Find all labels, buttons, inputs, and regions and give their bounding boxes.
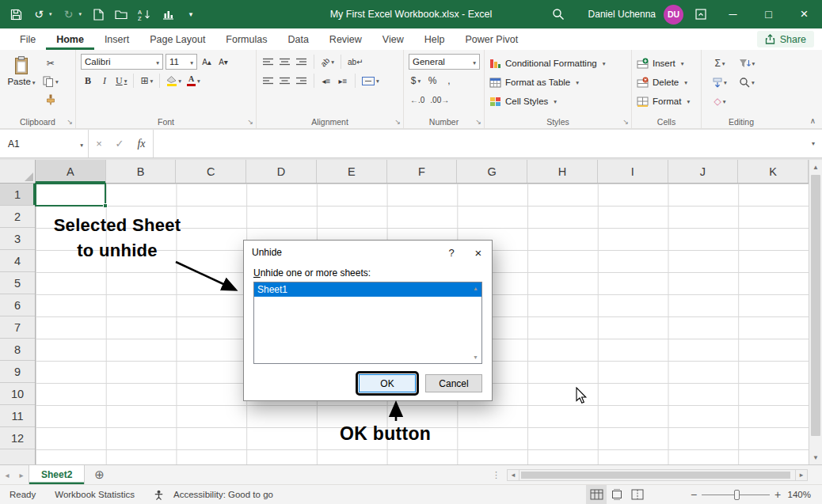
delete-cells-button[interactable]: Delete — [637, 73, 698, 92]
column-header-a[interactable]: A — [36, 160, 106, 183]
align-bottom-button[interactable] — [295, 54, 309, 70]
column-header[interactable]: B — [106, 160, 177, 183]
column-header[interactable]: J — [668, 160, 739, 183]
number-dialog-launcher-icon[interactable]: ↘ — [475, 118, 481, 126]
row-header[interactable]: 4 — [0, 250, 35, 272]
formula-bar-expand-icon[interactable]: ▾ — [805, 130, 822, 157]
undo-dropdown-icon[interactable]: ▾ — [49, 11, 52, 17]
ribbon-display-options-icon[interactable] — [695, 7, 707, 21]
tab-page-layout[interactable]: Page Layout — [139, 28, 215, 50]
open-folder-icon[interactable] — [115, 7, 127, 21]
zoom-in-button[interactable]: + — [770, 488, 786, 501]
row-header[interactable] — [0, 449, 35, 464]
page-layout-view-button[interactable] — [607, 485, 627, 504]
tab-review[interactable]: Review — [319, 28, 372, 50]
align-right-button[interactable] — [295, 73, 309, 89]
alignment-dialog-launcher-icon[interactable]: ↘ — [394, 118, 401, 126]
accessibility-status[interactable]: Accessibility: Good to go — [166, 490, 281, 499]
redo-dropdown-icon[interactable]: ▾ — [79, 11, 82, 17]
share-button[interactable]: Share — [757, 31, 814, 47]
conditional-formatting-button[interactable]: Conditional Formatting — [489, 54, 628, 73]
sort-filter-button[interactable] — [733, 55, 760, 71]
column-header[interactable]: G — [457, 160, 527, 183]
collapse-ribbon-icon[interactable]: ∧ — [810, 116, 816, 125]
paste-button[interactable]: Paste — [5, 54, 38, 115]
column-header[interactable]: E — [317, 160, 387, 183]
align-top-button[interactable] — [261, 54, 276, 70]
column-header[interactable]: K — [738, 160, 809, 183]
column-header[interactable]: D — [246, 160, 317, 183]
find-select-button[interactable] — [733, 74, 760, 90]
list-scroll-up-icon[interactable]: ▲ — [470, 283, 481, 294]
sheet-nav-right-icon[interactable]: ▸ — [14, 471, 29, 479]
cut-button[interactable]: ✂ — [41, 55, 60, 71]
list-scroll-down-icon[interactable]: ▼ — [470, 352, 481, 362]
column-header[interactable]: H — [527, 160, 598, 183]
scroll-down-icon[interactable]: ▼ — [809, 451, 822, 464]
increase-decimal-button[interactable]: ←.0 — [409, 92, 426, 108]
fill-button[interactable] — [706, 74, 733, 90]
row-header[interactable]: 12 — [0, 427, 35, 449]
comma-style-button[interactable]: , — [442, 73, 456, 89]
orientation-button[interactable]: ab — [319, 54, 336, 70]
underline-button[interactable]: U — [114, 73, 128, 89]
merge-center-button[interactable] — [360, 73, 381, 89]
tab-power-pivot[interactable]: Power Pivot — [455, 28, 528, 50]
redo-icon[interactable]: ↻ — [63, 7, 75, 21]
increase-font-size-button[interactable]: A▴ — [200, 54, 214, 70]
format-cells-button[interactable]: Format — [637, 92, 698, 111]
row-header[interactable]: 2 — [0, 206, 35, 228]
normal-view-button[interactable] — [586, 485, 607, 504]
dialog-close-icon[interactable]: × — [465, 241, 492, 264]
name-box[interactable]: A1 — [0, 130, 89, 157]
insert-function-icon[interactable]: fx — [130, 130, 154, 157]
row-header[interactable]: 6 — [0, 294, 35, 316]
sheet-nav-left-icon[interactable]: ◂ — [0, 471, 14, 479]
hscroll-right-button[interactable]: ▸ — [795, 469, 808, 481]
fill-handle[interactable] — [103, 203, 108, 208]
vertical-scrollbar[interactable]: ▲ ▼ — [809, 160, 822, 464]
sheet-tab-sheet2[interactable]: Sheet2 — [29, 465, 85, 484]
selected-cell-a1[interactable] — [35, 183, 106, 207]
new-file-icon[interactable] — [92, 7, 105, 21]
copy-button[interactable] — [41, 74, 60, 89]
accounting-format-button[interactable]: $ — [409, 73, 423, 89]
row-header[interactable]: 10 — [0, 383, 35, 405]
tab-help[interactable]: Help — [414, 28, 455, 50]
tab-file[interactable]: File — [10, 28, 46, 50]
autosum-button[interactable]: Σ — [706, 55, 733, 71]
zoom-out-button[interactable]: − — [686, 488, 702, 501]
clear-button[interactable]: ◇ — [706, 93, 733, 109]
wrap-text-button[interactable]: ab↵ — [346, 54, 365, 70]
bold-button[interactable]: B — [81, 73, 95, 89]
borders-button[interactable]: ⊞ — [139, 73, 154, 89]
decrease-font-size-button[interactable]: A▾ — [216, 54, 230, 70]
save-icon[interactable] — [10, 7, 22, 21]
row-header[interactable]: 5 — [0, 272, 35, 294]
align-middle-button[interactable] — [278, 54, 292, 70]
column-header[interactable]: I — [598, 160, 668, 183]
font-name-select[interactable]: Calibri — [81, 54, 163, 70]
undo-icon[interactable]: ↺ — [32, 7, 45, 21]
styles-dialog-launcher-icon[interactable]: ↘ — [622, 118, 629, 126]
align-left-button[interactable] — [261, 73, 276, 89]
row-header-1[interactable]: 1 — [0, 184, 35, 206]
format-as-table-button[interactable]: Format as Table — [489, 73, 628, 92]
select-all-corner[interactable] — [0, 160, 36, 184]
sort-az-icon[interactable]: AZ — [138, 7, 151, 21]
new-sheet-button[interactable]: ⊕ — [94, 468, 105, 482]
row-header[interactable]: 9 — [0, 361, 35, 383]
align-center-button[interactable] — [278, 73, 292, 89]
scroll-up-icon[interactable]: ▲ — [809, 161, 822, 173]
dialog-help-icon[interactable]: ? — [438, 241, 465, 264]
close-button[interactable]: × — [786, 0, 822, 28]
avatar[interactable]: DU — [664, 5, 683, 25]
decrease-indent-button[interactable]: ◂≡ — [319, 73, 333, 89]
clipboard-dialog-launcher-icon[interactable]: ↘ — [67, 118, 73, 126]
zoom-slider[interactable] — [702, 485, 770, 504]
zoom-slider-thumb[interactable] — [734, 490, 740, 500]
ok-button[interactable]: OK — [359, 374, 416, 392]
sheet-list-item-sheet1[interactable]: Sheet1 — [254, 282, 481, 297]
percent-style-button[interactable]: % — [425, 73, 440, 89]
decrease-decimal-button[interactable]: .00→ — [428, 92, 451, 108]
